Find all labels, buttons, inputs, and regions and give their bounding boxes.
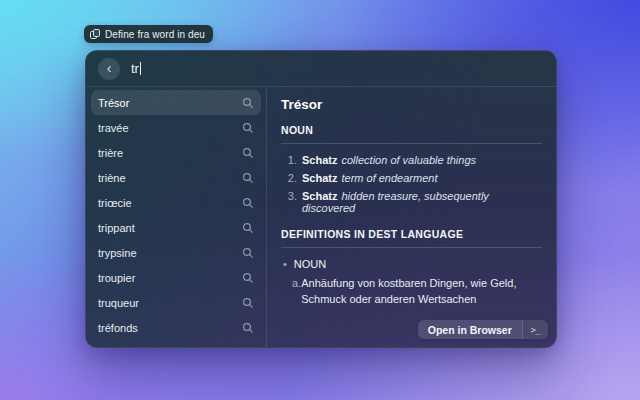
detail-pane: Trésor NOUN 1. Schatzcollection of valua… — [266, 87, 556, 347]
search-icon — [242, 247, 254, 259]
back-button[interactable]: ‹ — [98, 58, 120, 80]
command-tag-label: Define fra word in deu — [105, 29, 205, 40]
list-item[interactable]: trypsine — [91, 240, 261, 265]
command-tag[interactable]: Define fra word in deu — [84, 25, 213, 43]
search-icon — [242, 297, 254, 309]
search-icon — [242, 172, 254, 184]
word-title: Trésor — [281, 97, 542, 112]
list-item[interactable]: triène — [91, 165, 261, 190]
launcher-window: ‹ tr Trésor travée trière triène — [85, 50, 557, 348]
search-icon — [242, 147, 254, 159]
list-item[interactable]: Trésor — [91, 90, 261, 115]
open-in-browser-label: Open in Browser — [418, 320, 522, 339]
text-caret — [140, 62, 141, 75]
bullet-icon: • — [283, 258, 287, 270]
search-query: tr — [131, 61, 139, 76]
list-item[interactable]: troupier — [91, 265, 261, 290]
definition-item: 1. Schatzcollection of valuable things — [281, 154, 542, 166]
divider — [281, 143, 542, 144]
dest-pos-row: • NOUN — [281, 258, 542, 270]
search-icon — [242, 122, 254, 134]
open-in-browser-button[interactable]: Open in Browser >_ — [418, 320, 548, 339]
list-item[interactable]: tréfonds — [91, 315, 261, 340]
list-item[interactable]: trippant — [91, 215, 261, 240]
dest-definition-item: a. Anhäufung von kostbaren Dingen, wie G… — [281, 276, 542, 308]
divider — [281, 247, 542, 248]
search-icon — [242, 322, 254, 334]
terminal-shortcut-icon: >_ — [522, 320, 548, 339]
search-icon — [242, 97, 254, 109]
dest-pos-label: NOUN — [294, 258, 326, 270]
search-icon — [242, 272, 254, 284]
chevron-left-icon: ‹ — [107, 61, 112, 75]
search-icon — [242, 197, 254, 209]
panel-body: Trésor travée trière triène triœcie trip… — [86, 87, 556, 347]
search-icon — [242, 222, 254, 234]
search-bar: ‹ tr — [86, 51, 556, 87]
definition-item: 3. Schatzhidden treasure, subsequently d… — [281, 190, 542, 214]
dest-definitions: • NOUN a. Anhäufung von kostbaren Dingen… — [281, 258, 542, 308]
list-item[interactable]: triœcie — [91, 190, 261, 215]
definition-list: 1. Schatzcollection of valuable things 2… — [281, 154, 542, 214]
list-item[interactable]: trière — [91, 140, 261, 165]
list-item[interactable]: truqueur — [91, 290, 261, 315]
results-list: Trésor travée trière triène triœcie trip… — [86, 87, 266, 347]
command-icon — [90, 29, 100, 39]
search-input[interactable]: tr — [131, 61, 141, 76]
dest-language-header: DEFINITIONS IN DEST LANGUAGE — [281, 228, 542, 240]
definition-item: 2. Schatzterm of endearment — [281, 172, 542, 184]
list-item[interactable]: travée — [91, 115, 261, 140]
pos-header: NOUN — [281, 124, 542, 136]
